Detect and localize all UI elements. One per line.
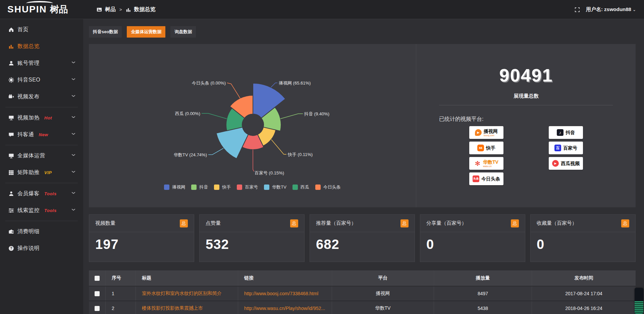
legend-label: 播视网: [172, 184, 185, 190]
platform-badge-快手[interactable]: 66快手: [469, 142, 503, 154]
chevron-down-icon: [71, 153, 76, 158]
legend-item-西瓜[interactable]: 西瓜: [292, 184, 309, 190]
cell-plays: 5438: [478, 306, 488, 311]
pie-slice-华数TV[interactable]: [216, 127, 248, 159]
sidebar-item-9[interactable]: 矩阵助推VIP: [0, 164, 83, 181]
legend-label: 百家号: [245, 184, 258, 190]
total-badge[interactable]: 总: [621, 219, 629, 227]
cell-index: 1: [112, 291, 114, 296]
pie-label-line: [227, 83, 240, 98]
svg-text:?: ?: [10, 246, 12, 250]
sidebar-item-12[interactable]: 消费明细: [0, 223, 83, 240]
platform-badge-今日头条[interactable]: 头条今日头条: [469, 172, 503, 185]
cell-url-link[interactable]: http://www.boosj.com/7338468.html: [244, 291, 318, 296]
platform-subtext: boosj.com: [484, 134, 498, 137]
sidebar: 首页数据总览账号管理抖音SEO视频发布视频加热Hot抖客通New全媒体运营矩阵助…: [0, 19, 83, 314]
row-checkbox[interactable]: [95, 291, 100, 296]
chevron-down-icon: [71, 132, 76, 137]
floating-widget[interactable]: [635, 288, 643, 314]
pie-chart: 播视网 (65.61%)抖音 (9.40%)快手 (0.11%)百家号 (0.1…: [89, 44, 416, 207]
legend-item-华数TV[interactable]: 华数TV: [264, 184, 286, 190]
breadcrumb-item-current[interactable]: 数据总览: [134, 6, 156, 13]
select-all-checkbox[interactable]: [95, 276, 100, 281]
sidebar-item-badge: VIP: [44, 170, 52, 175]
cell-url-link[interactable]: http://www.wasu.cn/Play/show/id/952...: [244, 306, 325, 311]
bar-chart-icon: [126, 7, 131, 12]
username-dropdown[interactable]: 用户名: zswodun88⌄: [586, 6, 636, 13]
wallet-icon: [8, 229, 14, 234]
total-badge[interactable]: 总: [180, 219, 188, 227]
legend-item-播视网[interactable]: 播视网: [164, 184, 185, 190]
cell-published: 2018-04-26 16:24: [565, 306, 602, 311]
legend-item-今日头条[interactable]: 今日头条: [315, 184, 341, 190]
stat-card-value: 0: [420, 232, 525, 252]
fullscreen-icon[interactable]: [575, 7, 580, 12]
tab-bar: 抖音seo数据全媒体运营数据询盘数据: [89, 26, 196, 38]
home-icon: [8, 27, 14, 33]
cell-title-link[interactable]: 室外水纹灯和室内水纹灯的区别和简介: [142, 291, 222, 297]
sidebar-item-8[interactable]: 全媒体运营: [0, 147, 83, 164]
total-badge[interactable]: 总: [511, 219, 519, 227]
stat-card-header: 收藏量（百家号）总: [531, 215, 635, 232]
total-badge[interactable]: 总: [400, 219, 409, 227]
app-logo[interactable]: SHUPIN 树品: [7, 3, 68, 15]
breadcrumb-item-root[interactable]: 树品: [105, 6, 116, 13]
stat-card-header: 分享量（百家号）总: [420, 215, 525, 232]
user-label: 用户名:: [586, 6, 603, 12]
sidebar-item-label: 首页: [17, 26, 29, 33]
stat-card-header: 推荐量（百家号）总: [310, 215, 415, 232]
sidebar-item-label: 抖客通: [17, 131, 34, 138]
sidebar-item-badge: Hot: [44, 115, 52, 120]
platform-badge-华数TV[interactable]: ✻华数TVwasu.cn: [469, 157, 503, 170]
sidebar-item-5[interactable]: 视频发布: [0, 88, 83, 105]
platform-badge-播视网[interactable]: ▶播视网boosj.com: [469, 126, 503, 139]
monitor-icon: [8, 115, 14, 121]
topbar: SHUPIN 树品 树品 > 数据总览 用户名: zswodun88⌄: [0, 0, 644, 19]
legend-label: 抖音: [199, 184, 208, 190]
sidebar-divider: [5, 107, 78, 107]
platform-badge-西瓜视频[interactable]: ▶西瓜视频: [549, 157, 583, 170]
cell-title-link[interactable]: 楼体投影灯投影效果震撼上市: [142, 305, 203, 311]
legend-item-抖音[interactable]: 抖音: [191, 184, 208, 190]
stat-card-value: 0: [531, 232, 635, 252]
platform-name: 播视网: [484, 129, 498, 134]
chevron-down-icon: [71, 191, 76, 196]
sidebar-item-label: 视频发布: [17, 93, 40, 100]
tab-2[interactable]: 全媒体运营数据: [127, 26, 165, 38]
kuaishou-icon: 66: [477, 145, 484, 151]
baijiahao-icon: 百: [554, 145, 561, 151]
stat-card-label: 分享量（百家号）: [426, 220, 467, 226]
sliders-icon: [8, 208, 14, 213]
platform-badge-百家号[interactable]: 百百家号: [549, 142, 583, 154]
legend-item-百家号[interactable]: 百家号: [237, 184, 258, 190]
platform-badge-抖音[interactable]: ♪抖音: [549, 126, 583, 139]
sidebar-item-6[interactable]: 视频加热Hot: [0, 109, 83, 126]
sidebar-item-label: 账号管理: [17, 60, 40, 67]
platform-badge-grid: ▶播视网boosj.com♪抖音66快手百百家号✻华数TVwasu.cn▶西瓜视…: [416, 44, 636, 207]
total-badge[interactable]: 总: [290, 219, 298, 227]
legend-swatch: [315, 185, 321, 190]
sidebar-item-badge: Tools: [44, 191, 57, 196]
sidebar-item-10[interactable]: 会员爆客Tools: [0, 185, 83, 202]
stat-card-value: 197: [89, 232, 194, 252]
bar-chart-icon: [8, 44, 14, 49]
stat-cards-row: 视频数量总197点赞量总532推荐量（百家号）总682分享量（百家号）总0收藏量…: [89, 214, 636, 262]
sidebar-item-2[interactable]: 数据总览: [0, 38, 83, 55]
cell-platform: 华数TV: [375, 305, 391, 311]
sidebar-item-label: 会员爆客: [17, 190, 40, 197]
chevron-down-icon: [71, 60, 76, 65]
row-checkbox[interactable]: [95, 306, 100, 311]
sidebar-item-7[interactable]: 抖客通New: [0, 126, 83, 143]
legend-item-快手[interactable]: 快手: [214, 184, 231, 190]
sidebar-item-11[interactable]: 线索监控Tools: [0, 202, 83, 219]
chevron-down-icon: [71, 170, 76, 174]
videos-table: 序号标题链接平台播放量发布时间1室外水纹灯和室内水纹灯的区别和简介http://…: [89, 270, 636, 314]
tab-1[interactable]: 抖音seo数据: [89, 26, 122, 38]
sidebar-item-4[interactable]: 抖音SEO: [0, 71, 83, 88]
sidebar-item-3[interactable]: 账号管理: [0, 55, 83, 71]
username-value: zswodun88: [604, 6, 631, 12]
column-header: 链接: [244, 275, 254, 281]
sidebar-item-1[interactable]: 首页: [0, 21, 83, 38]
sidebar-item-13[interactable]: ?操作说明: [0, 240, 83, 257]
tab-3[interactable]: 询盘数据: [170, 26, 196, 38]
